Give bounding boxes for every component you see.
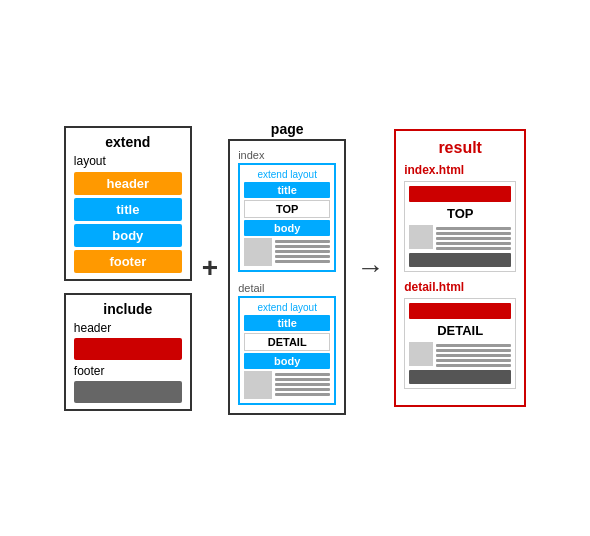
result-index-image [409, 225, 433, 249]
page-column-title: page [228, 121, 346, 137]
result-detail-text: DETAIL [409, 323, 511, 338]
title-pill: title [74, 198, 182, 221]
result-index-body [409, 225, 511, 250]
detail-page: detail extend layout title DETAIL body [238, 282, 336, 405]
rd-line-4 [436, 359, 511, 362]
include-header-bar [74, 338, 182, 360]
include-box: include header footer [64, 293, 192, 411]
index-label: index [238, 149, 336, 161]
detail-line-1 [275, 373, 330, 376]
extend-pills: header title body footer [74, 172, 182, 273]
index-body-pill: body [244, 220, 330, 236]
include-footer-label: footer [74, 364, 182, 378]
detail-line-2 [275, 378, 330, 381]
result-detail-footer [409, 370, 511, 384]
result-index-page: TOP [404, 181, 516, 272]
header-pill: header [74, 172, 182, 195]
index-body-image [244, 238, 272, 266]
detail-text: DETAIL [244, 333, 330, 351]
index-extend-label: extend layout [244, 169, 330, 180]
footer-pill: footer [74, 250, 182, 273]
detail-body-lines [275, 373, 330, 396]
rd-line-1 [436, 344, 511, 347]
plus-operator: + [202, 252, 218, 284]
r-line-5 [436, 247, 511, 250]
diagram-container: extend layout header title body footer i… [54, 111, 536, 425]
include-footer-bar [74, 381, 182, 403]
index-page: index extend layout title TOP body [238, 149, 336, 272]
rd-line-3 [436, 354, 511, 357]
r-line-3 [436, 237, 511, 240]
body-line-5 [275, 260, 330, 263]
page-column: page index extend layout title TOP body [228, 121, 346, 415]
result-column: result index.html TOP detail.html DE [394, 129, 526, 407]
extend-title: extend [74, 134, 182, 150]
include-title: include [74, 301, 182, 317]
index-body-lines [275, 240, 330, 263]
result-index-lines [436, 227, 511, 250]
include-header-label: header [74, 321, 182, 335]
rd-line-5 [436, 364, 511, 367]
body-pill: body [74, 224, 182, 247]
left-column: extend layout header title body footer i… [64, 126, 192, 411]
r-line-4 [436, 242, 511, 245]
detail-body-content [244, 371, 330, 399]
detail-label: detail [238, 282, 336, 294]
layout-label: layout [74, 154, 182, 168]
detail-line-5 [275, 393, 330, 396]
rd-line-2 [436, 349, 511, 352]
result-detail-lines [436, 344, 511, 367]
body-line-4 [275, 255, 330, 258]
extend-box: extend layout header title body footer [64, 126, 192, 281]
page-col-box: index extend layout title TOP body [228, 139, 346, 415]
arrow-operator: → [356, 252, 384, 284]
detail-body-pill: body [244, 353, 330, 369]
result-index-label: index.html [404, 163, 516, 177]
body-line-3 [275, 250, 330, 253]
body-line-2 [275, 245, 330, 248]
detail-title-pill: title [244, 315, 330, 331]
index-body-content [244, 238, 330, 266]
detail-inner: extend layout title DETAIL body [238, 296, 336, 405]
detail-line-4 [275, 388, 330, 391]
result-index-header [409, 186, 511, 202]
index-top-text: TOP [244, 200, 330, 218]
result-detail-page: DETAIL [404, 298, 516, 389]
index-title-pill: title [244, 182, 330, 198]
detail-line-3 [275, 383, 330, 386]
body-line-1 [275, 240, 330, 243]
result-detail-image [409, 342, 433, 366]
result-index-top-text: TOP [409, 206, 511, 221]
detail-extend-label: extend layout [244, 302, 330, 313]
result-detail-body [409, 342, 511, 367]
detail-body-image [244, 371, 272, 399]
result-index-footer [409, 253, 511, 267]
result-title: result [404, 139, 516, 157]
index-inner: extend layout title TOP body [238, 163, 336, 272]
r-line-2 [436, 232, 511, 235]
r-line-1 [436, 227, 511, 230]
result-detail-label: detail.html [404, 280, 516, 294]
result-detail-header [409, 303, 511, 319]
